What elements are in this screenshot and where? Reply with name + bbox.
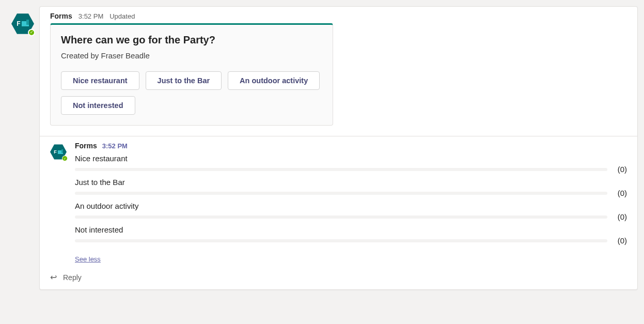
poll-result-label: Just to the Bar	[75, 175, 627, 189]
poll-result-row: An outdoor activity (0)	[75, 198, 627, 221]
message-status: Updated	[109, 12, 135, 20]
poll-result-label: Nice restaurant	[75, 151, 627, 165]
reply-input[interactable]: ↩ Reply	[40, 269, 637, 289]
reply-time: 3:52 PM	[102, 142, 128, 150]
poll-option-nice-restaurant[interactable]: Nice restaurant	[61, 71, 139, 90]
message-card: Forms 3:52 PM Updated Where can we go fo…	[39, 6, 638, 290]
poll-result-row: Just to the Bar (0)	[75, 175, 627, 197]
reply-content: Forms 3:52 PM Nice restaurant (0) Just t…	[75, 142, 627, 269]
presence-available-icon	[62, 156, 68, 161]
poll-result-bar	[75, 192, 607, 195]
reply-message: F Forms 3:52 PM Nice restaurant	[40, 136, 637, 269]
reply-header: Forms 3:52 PM	[75, 142, 627, 150]
poll-result-label: An outdoor activity	[75, 198, 627, 212]
poll-title: Where can we go for the Party?	[61, 34, 322, 46]
poll-result-row: Nice restaurant (0)	[75, 151, 627, 174]
poll-result-bar	[75, 239, 607, 242]
poll-result-count: (0)	[612, 165, 627, 174]
poll-result-count: (0)	[612, 189, 627, 197]
poll-option-just-to-the-bar[interactable]: Just to the Bar	[146, 71, 222, 90]
poll-card: Where can we go for the Party? Created b…	[50, 23, 333, 126]
poll-result-label: Not interested	[75, 222, 627, 236]
poll-option-an-outdoor-activity[interactable]: An outdoor activity	[228, 71, 320, 90]
forms-app-avatar[interactable]: F	[11, 12, 34, 35]
poll-option-not-interested[interactable]: Not interested	[61, 96, 135, 115]
poll-result-bar	[75, 168, 607, 171]
poll-result-count: (0)	[612, 212, 627, 221]
poll-options: Nice restaurant Just to the Bar An outdo…	[61, 71, 322, 115]
poll-result-bar	[75, 215, 607, 219]
reply-arrow-icon: ↩	[50, 272, 57, 282]
reply-avatar-column: F	[50, 142, 75, 160]
reply-sender-name[interactable]: Forms	[75, 142, 97, 150]
see-less-link[interactable]: See less	[75, 255, 101, 263]
poll-result-row: Not interested (0)	[75, 222, 627, 245]
poll-result-count: (0)	[612, 236, 627, 245]
avatar-column: F	[6, 6, 39, 35]
message-time: 3:52 PM	[78, 12, 103, 20]
reply-placeholder: Reply	[63, 273, 82, 282]
message-header: Forms 3:52 PM Updated	[40, 7, 637, 23]
forms-app-avatar-small[interactable]: F	[50, 144, 67, 160]
sender-name[interactable]: Forms	[50, 12, 72, 20]
presence-available-icon	[28, 29, 35, 36]
poll-creator: Created by Fraser Beadle	[61, 51, 322, 60]
message-thread: F Forms 3:52 PM Updated Where can we go …	[6, 6, 638, 290]
